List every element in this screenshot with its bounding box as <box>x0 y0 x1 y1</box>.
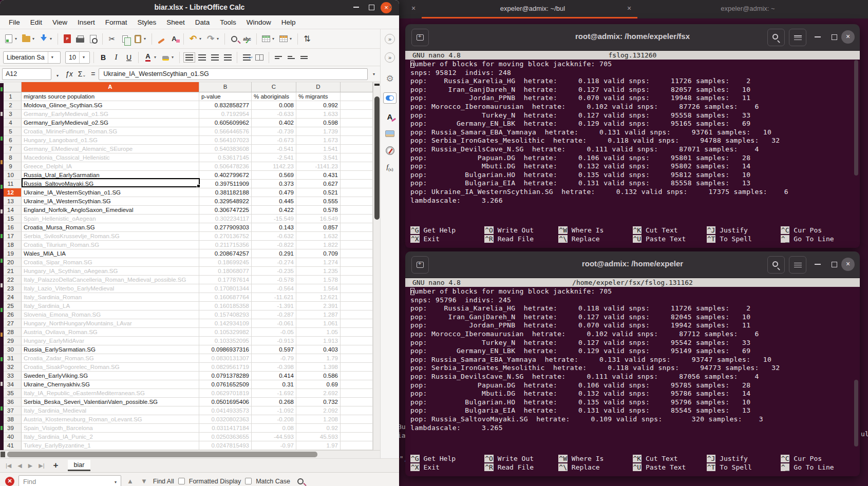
cell[interactable]: 0.92 <box>296 424 341 433</box>
cell[interactable]: Slovenia_Emona_Roman.SG <box>22 310 199 319</box>
cell[interactable]: Moldova_Glinoe_Scythian.SG <box>22 101 199 110</box>
cell[interactable]: -1.391 <box>252 302 296 310</box>
open-button[interactable] <box>21 33 32 45</box>
cell[interactable] <box>341 206 373 215</box>
merge-cells-button[interactable] <box>254 52 265 63</box>
cell[interactable]: 0.403 <box>296 345 341 354</box>
cell[interactable]: 0.598 <box>296 119 341 127</box>
cell[interactable]: Ukraine_Chernyakhiv.SG <box>22 380 199 389</box>
chevron-down-icon[interactable]: ▾ <box>172 55 176 60</box>
cell[interactable] <box>341 258 373 267</box>
chevron-down-icon[interactable]: ▾ <box>144 36 148 41</box>
cell[interactable]: p-value <box>199 92 252 101</box>
cell[interactable]: Croatia_Tilurium_Roman.SG <box>22 241 199 249</box>
cell[interactable] <box>341 293 373 302</box>
copy-button[interactable] <box>119 33 130 45</box>
cell[interactable]: -11.621 <box>252 293 296 302</box>
cell[interactable] <box>341 345 373 354</box>
cell[interactable] <box>341 162 373 171</box>
column-header-B[interactable]: B <box>199 82 252 92</box>
cell[interactable]: -0.541 <box>252 145 296 153</box>
cell[interactable]: Croatia_Zadar_Roman.SG <box>22 354 199 363</box>
cell[interactable]: 0.605609962 <box>199 119 252 127</box>
cell[interactable]: Germany_EMedieval_Alemanic_SEurope <box>22 145 199 153</box>
cell[interactable] <box>341 223 373 232</box>
cell[interactable]: 0.422 <box>252 206 296 215</box>
cell[interactable] <box>341 380 373 389</box>
cell[interactable]: 0.832858277 <box>199 101 252 110</box>
cell[interactable] <box>341 354 373 363</box>
cell[interactable]: 1.287 <box>296 310 341 319</box>
cell[interactable]: 12.621 <box>296 293 341 302</box>
cell[interactable]: 0.564107023 <box>199 136 252 145</box>
cell[interactable] <box>341 171 373 180</box>
cell[interactable]: Hungary_EarlyMidAvar <box>22 337 199 345</box>
search-button[interactable] <box>767 256 785 274</box>
cell[interactable]: 0.381182188 <box>199 188 252 197</box>
cell[interactable]: Italy_Sardinia_LA <box>22 302 199 310</box>
cell[interactable]: -1.692 <box>252 389 296 398</box>
align-bottom-button[interactable] <box>298 52 310 63</box>
cell[interactable]: Serbia_SvilosKrussevlje_Roman.SG <box>22 232 199 241</box>
cell[interactable]: 0.586 <box>296 372 341 380</box>
cell[interactable]: Macedonia_Classical_Hellenistic <box>22 153 199 162</box>
split-handle[interactable] <box>374 84 380 86</box>
last-sheet-icon[interactable]: ▶| <box>36 462 47 469</box>
cut-button[interactable]: ✂ <box>106 33 118 45</box>
cell[interactable] <box>341 337 373 345</box>
terminal-tab-bul[interactable]: expeler@admix: ~/bul <box>500 5 565 12</box>
cell[interactable]: 0.268 <box>252 398 296 406</box>
cell[interactable] <box>341 145 373 153</box>
find-replace-button[interactable] <box>229 33 240 45</box>
cell[interactable]: 0.402 <box>252 119 296 127</box>
minimize-button[interactable] <box>353 7 359 8</box>
cell[interactable]: 2.092 <box>296 406 341 415</box>
clone-formatting-button[interactable] <box>156 33 167 45</box>
cell[interactable] <box>341 188 373 197</box>
cell[interactable]: Italy_Lazio_Viterbo_EarlyMedieval <box>22 284 199 293</box>
cell[interactable] <box>341 101 373 110</box>
cell[interactable] <box>341 232 373 241</box>
cell[interactable]: 0.18068077 <box>199 267 252 276</box>
name-box[interactable]: A12 <box>2 68 51 80</box>
cell[interactable] <box>341 284 373 293</box>
terminal-titlebar[interactable]: root@admix: /home/expeler × <box>405 251 860 278</box>
chevron-down-icon[interactable]: ▾ <box>290 36 294 41</box>
cell[interactable] <box>341 153 373 162</box>
new-document-button[interactable] <box>3 33 14 45</box>
print-button[interactable] <box>74 33 86 45</box>
cell[interactable]: 0.69 <box>296 380 341 389</box>
cell[interactable]: Italy_IA_Republic_oEasternMediterranean.… <box>22 389 199 398</box>
cell[interactable]: Serbia_Beska_Severi_ValentianValen_possi… <box>22 398 199 406</box>
cell[interactable] <box>341 310 373 319</box>
nano-content[interactable]: number of blocks for moving block jackkn… <box>410 60 853 205</box>
cell[interactable]: Croatia_MirineFulfinum_Roman.SG <box>22 127 199 136</box>
terminal-scrollbar[interactable] <box>854 380 858 446</box>
export-pdf-button[interactable]: P <box>62 33 73 45</box>
cell[interactable]: Spain_Hellenistic_oAegean <box>22 215 199 223</box>
cell[interactable]: 0.627 <box>296 180 341 188</box>
cell[interactable]: 0.555 <box>296 197 341 206</box>
chevron-down-icon[interactable]: ▾ <box>53 70 62 78</box>
sidebar-gallery-icon[interactable] <box>383 126 397 141</box>
paste-button[interactable] <box>132 33 143 45</box>
cell[interactable]: -0.739 <box>252 127 296 136</box>
cell[interactable]: Sweden_EarlyViking.SG <box>22 372 199 380</box>
cell[interactable]: 0.397511909 <box>199 180 252 188</box>
toolbar-overflow-button[interactable]: » <box>383 32 397 46</box>
sidebar-settings-icon[interactable]: ⚙ <box>383 71 397 86</box>
horizontal-scrollbar[interactable] <box>0 450 380 458</box>
align-top-button[interactable] <box>273 52 284 63</box>
chevron-down-icon[interactable]: ▾ <box>154 55 158 60</box>
close-find-bar-button[interactable]: ✕ <box>5 477 14 486</box>
print-preview-button[interactable] <box>87 33 99 45</box>
cell[interactable]: 0.103352095 <box>199 337 252 345</box>
align-left-button[interactable] <box>183 52 195 63</box>
cell[interactable]: 0.7192954 <box>199 110 252 119</box>
cell[interactable]: 3.541 <box>296 153 341 162</box>
center-vertically-button[interactable] <box>286 52 297 63</box>
match-case-checkbox[interactable] <box>245 478 252 484</box>
cell[interactable]: 0.143 <box>252 223 296 232</box>
cell[interactable]: -1.092 <box>252 406 296 415</box>
menu-insert[interactable]: Insert <box>73 17 100 28</box>
